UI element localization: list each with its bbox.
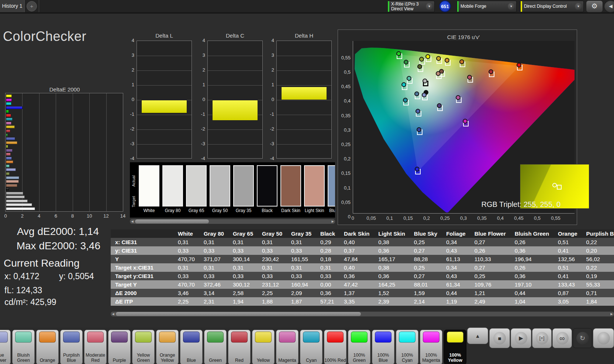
- col-header-bluish-green: Bluish Green: [513, 229, 556, 238]
- de2000-bar-gray-65: [6, 200, 28, 202]
- scroll-left-icon[interactable]: ◀: [130, 219, 135, 224]
- patch-button-blue[interactable]: Blue: [180, 330, 203, 364]
- stop-icon: ■: [493, 332, 506, 344]
- cell: 0,87: [556, 289, 584, 297]
- gear-icon[interactable]: ⚙: [586, 0, 603, 13]
- display-control-dropdown[interactable]: Direct Display Control ▼: [520, 1, 584, 12]
- cie-y-tick-label: 0,25: [338, 142, 351, 147]
- chevron-down-icon[interactable]: ▼: [508, 3, 515, 10]
- cie-point-purple: [437, 103, 442, 108]
- de2000-bar-light-skin: [6, 180, 19, 183]
- cell: 0,18: [318, 255, 342, 263]
- patch-button-orange-yellow[interactable]: OrangeYellow: [156, 330, 179, 364]
- patch-button-100-red[interactable]: 100% Red: [324, 330, 346, 364]
- patch-button-100-magenta[interactable]: 100%Magenta: [420, 330, 442, 364]
- rgb-triplet-readout: RGB Triplet: 255, 255, 0: [481, 200, 560, 209]
- patch-button-100-cyan[interactable]: 100%Cyan: [396, 330, 418, 364]
- patch-button-green[interactable]: Green: [204, 330, 227, 364]
- cell: 0,33: [289, 246, 318, 255]
- cell: 2,58: [231, 289, 260, 297]
- table-scrollbar-thumb[interactable]: [116, 312, 361, 316]
- add-tab-button[interactable]: +: [27, 1, 37, 11]
- patch-color-chip: [87, 332, 104, 343]
- patch-button-cyan[interactable]: Cyan: [300, 330, 322, 364]
- cell: 0,25: [472, 272, 513, 280]
- gridline: [208, 144, 262, 145]
- cie-point-100-magenta: [463, 119, 468, 124]
- cell: 0,19: [584, 272, 614, 280]
- delta-bar: [212, 100, 258, 121]
- play-button[interactable]: ▶: [511, 328, 531, 348]
- patch-button-moderate-red[interactable]: ModerateRed: [84, 330, 107, 364]
- col-header-purplish-blue: Purplish Blue: [584, 229, 614, 238]
- cell: 0,71: [584, 289, 614, 297]
- luminance-readout: cd/m²: 425,99: [4, 297, 56, 307]
- cie-y-tick-label: 0,55: [338, 55, 351, 60]
- stop-button[interactable]: ■: [489, 328, 510, 348]
- cell: 0,44: [513, 289, 556, 297]
- patch-button-blue-flower[interactable]: BlueFlower: [0, 330, 11, 364]
- patch-button-magenta[interactable]: Magenta: [276, 330, 299, 364]
- patch-label: Purple: [113, 358, 126, 363]
- scroll-right-icon[interactable]: ▶: [609, 312, 614, 316]
- single-measure-button[interactable]: [+]: [532, 328, 552, 348]
- patch-button-purple[interactable]: Purple: [108, 330, 131, 364]
- cell: 0,00: [318, 280, 342, 289]
- scroll-left-icon[interactable]: ◀: [111, 312, 115, 316]
- swatch-scrollbar-thumb[interactable]: [135, 219, 209, 223]
- meter-count-badge: 651: [439, 0, 451, 12]
- colorchecker-table: WhiteGray 80Gray 65Gray 50Gray 35BlackDa…: [111, 229, 614, 311]
- cell: 0,36: [376, 246, 412, 255]
- swatch-scrollbar[interactable]: ◀ ▶: [130, 219, 335, 224]
- chevron-down-icon[interactable]: ▼: [575, 3, 582, 10]
- de2000-bar-orange-yellow: [6, 141, 17, 144]
- patch-button-100-green[interactable]: 100%Green: [348, 330, 370, 364]
- patch-button-100-blue[interactable]: 100%Blue: [372, 330, 394, 364]
- cell: 0,43: [444, 272, 472, 280]
- patch-button-bluish-green[interactable]: BluishGreen: [12, 330, 35, 364]
- pattern-toolbar: BlueFlowerBluishGreenOrangePurplishBlueM…: [0, 327, 614, 364]
- spare-button[interactable]: [593, 328, 614, 348]
- cie-y-tick-label: 0,4: [338, 98, 351, 104]
- scroll-right-icon[interactable]: ▶: [330, 219, 335, 224]
- de2000-bar-black: [6, 188, 9, 191]
- patch-button-yellow[interactable]: Yellow: [252, 330, 275, 364]
- delta-chart-delta-l: Delta L43210-1-2-3-4: [122, 32, 196, 165]
- cie-x-tick-label: 0,2: [420, 215, 434, 221]
- swatch-label: Black: [254, 208, 280, 213]
- continuous-measure-button[interactable]: ∞: [552, 328, 572, 348]
- patch-label: PurplishBlue: [63, 353, 80, 363]
- cell: 470,70: [176, 280, 201, 289]
- refresh-button[interactable]: ↻: [573, 328, 592, 348]
- cell: 0,33: [318, 272, 342, 280]
- single-measure-icon: [+]: [536, 332, 548, 344]
- cell: 0,41: [556, 272, 584, 280]
- cie-x-tick-label: 0,3: [456, 215, 470, 221]
- cie-x-tick-label: 0,5: [530, 215, 544, 221]
- table-row--e-itp: ΔE ITP2,252,311,941,881,8757,213,352,392…: [111, 297, 614, 306]
- patch-button-100-yellow[interactable]: 100%Yellow: [444, 330, 466, 364]
- max-de2000-readout: Max dE2000: 3,46: [0, 240, 100, 252]
- table-scrollbar[interactable]: ◀ ▶: [111, 312, 614, 316]
- cie-point-100-cyan: [401, 82, 406, 87]
- cie-point-blue-flower: [422, 93, 427, 97]
- patch-button-yellow-green[interactable]: YellowGreen: [132, 330, 155, 364]
- patch-color-chip: [303, 332, 320, 343]
- history-tab[interactable]: History 1: [0, 0, 25, 12]
- patch-color-chip: [15, 332, 32, 343]
- calman-window: History 1 + X-Rite i1Pro 3 Direct View ▼…: [0, 0, 614, 364]
- swatch-label: Gray 80: [159, 208, 186, 213]
- y-tick-label: 4: [124, 38, 134, 43]
- patch-button-orange[interactable]: Orange: [36, 330, 59, 364]
- meter-dropdown[interactable]: X-Rite i1Pro 3 Direct View ▼: [387, 1, 435, 12]
- delta-chart-plot: [276, 41, 332, 159]
- source-dropdown[interactable]: Mobile Forge ▼: [457, 1, 517, 12]
- cell: 0,37: [342, 246, 376, 255]
- cell: 3,35: [342, 297, 376, 306]
- patch-button-red[interactable]: Red: [228, 330, 251, 364]
- patch-button-purplish-blue[interactable]: PurplishBlue: [60, 330, 83, 364]
- cell: 109,76: [472, 280, 513, 289]
- chevron-down-icon[interactable]: ▼: [426, 3, 433, 10]
- de2000-bar-100-green: [6, 110, 9, 113]
- pattern-scroll-up-button[interactable]: ▲: [467, 327, 488, 344]
